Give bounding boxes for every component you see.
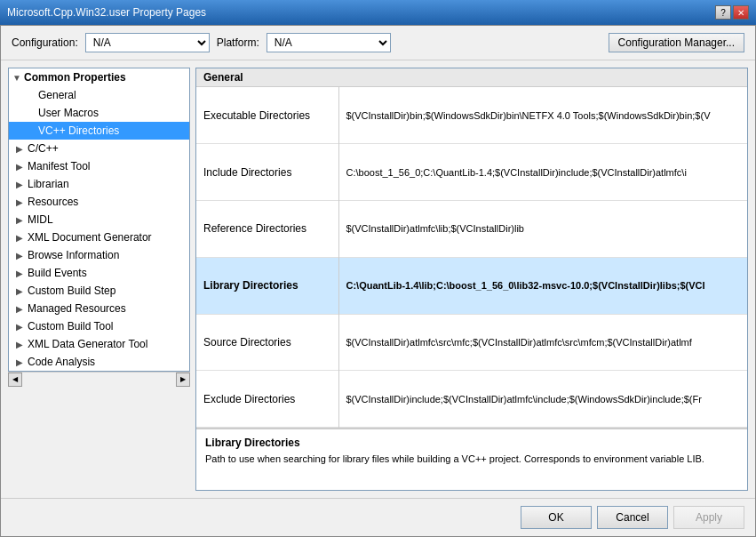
close-button[interactable]: ✕ bbox=[733, 5, 749, 20]
prop-value-excl-dirs: $(VCInstallDir)include;$(VCInstallDir)at… bbox=[338, 371, 747, 428]
tree-arrow-icon: ▶ bbox=[16, 304, 25, 314]
tree-item-label: General bbox=[38, 89, 76, 101]
tree-arrow-icon: ▶ bbox=[16, 233, 25, 243]
prop-value-include-dirs: C:\boost_1_56_0;C:\QuantLib-1.4;$(VCInst… bbox=[338, 144, 747, 201]
tree-scroll-bar[interactable]: ◀ ▶ bbox=[8, 372, 190, 386]
tree-arrow-icon: ▶ bbox=[16, 251, 25, 260]
ok-button[interactable]: OK bbox=[521, 506, 592, 529]
tree-item-label: MIDL bbox=[28, 213, 53, 226]
platform-label: Platform: bbox=[217, 36, 259, 49]
desc-title: Library Directories bbox=[205, 437, 738, 449]
tree-arrow-icon: ▶ bbox=[16, 340, 25, 349]
tree-item-common-props[interactable]: ▼Common Properties bbox=[9, 68, 189, 86]
tree-item-label: Common Properties bbox=[24, 71, 126, 84]
cancel-button[interactable]: Cancel bbox=[597, 506, 668, 529]
tree-item-label: XML Data Generator Tool bbox=[28, 338, 147, 350]
tree-item-managed-resources[interactable]: ▶Managed Resources bbox=[9, 300, 189, 317]
prop-value-src-dirs: $(VCInstallDir)atlmfc\src\mfc;$(VCInstal… bbox=[338, 314, 747, 371]
tree-item-label: VC++ Directories bbox=[38, 124, 119, 137]
tree-item-label: User Macros bbox=[38, 107, 99, 119]
tree-item-cxx[interactable]: ▶C/C++ bbox=[9, 140, 189, 157]
prop-name-lib-dirs: Library Directories bbox=[196, 257, 338, 314]
tree-arrow-icon: ▶ bbox=[16, 268, 25, 278]
prop-name-excl-dirs: Exclude Directories bbox=[196, 371, 338, 428]
property-table: Executable Directories$(VCInstallDir)bin… bbox=[196, 87, 747, 428]
tree-item-midl[interactable]: ▶MIDL bbox=[9, 211, 189, 228]
tree-arrow-icon: ▶ bbox=[16, 180, 25, 189]
content-area: ▼Common PropertiesGeneralUser MacrosVC++… bbox=[1, 60, 755, 498]
tree-item-browse-info[interactable]: ▶Browse Information bbox=[9, 246, 189, 264]
help-button[interactable]: ? bbox=[715, 5, 731, 20]
prop-row-src-dirs[interactable]: Source Directories$(VCInstallDir)atlmfc\… bbox=[196, 314, 747, 371]
title-bar: Microsoft.Cpp.Win32.user Property Pages … bbox=[0, 0, 756, 25]
config-label: Configuration: bbox=[12, 36, 78, 49]
tree-item-librarian[interactable]: ▶Librarian bbox=[9, 175, 189, 193]
prop-value-exec-dirs: $(VCInstallDir)bin;$(WindowsSdkDir)bin\N… bbox=[338, 87, 747, 144]
tree-item-xml-data-gen[interactable]: ▶XML Data Generator Tool bbox=[9, 335, 189, 353]
scroll-track bbox=[22, 373, 176, 387]
tree-item-code-analysis[interactable]: ▶Code Analysis bbox=[9, 353, 189, 371]
config-bar: Configuration: N/A Platform: N/A Configu… bbox=[1, 26, 755, 60]
tree-arrow-icon: ▶ bbox=[16, 215, 25, 225]
tree-panel: ▼Common PropertiesGeneralUser MacrosVC++… bbox=[8, 68, 190, 372]
tree-item-label: Resources bbox=[28, 196, 78, 208]
platform-select[interactable]: N/A bbox=[267, 33, 391, 52]
button-bar: OK Cancel Apply bbox=[1, 498, 755, 536]
window-controls: ? ✕ bbox=[715, 5, 749, 20]
tree-arrow-icon: ▶ bbox=[16, 197, 25, 207]
prop-name-include-dirs: Include Directories bbox=[196, 144, 338, 201]
tree-item-label: Browse Information bbox=[28, 249, 119, 261]
tree-arrow-icon: ▼ bbox=[12, 73, 21, 83]
tree-item-label: Build Events bbox=[28, 267, 87, 279]
tree-arrow-icon: ▶ bbox=[16, 286, 25, 296]
tree-item-xml-doc[interactable]: ▶XML Document Generator bbox=[9, 228, 189, 246]
tree-item-label: C/C++ bbox=[28, 142, 59, 155]
tree-item-build-events[interactable]: ▶Build Events bbox=[9, 264, 189, 282]
description-panel: Library Directories Path to use when sea… bbox=[196, 428, 747, 490]
prop-name-exec-dirs: Executable Directories bbox=[196, 87, 338, 144]
tree-item-manifest[interactable]: ▶Manifest Tool bbox=[9, 157, 189, 175]
tree-item-label: XML Document Generator bbox=[28, 231, 152, 244]
apply-button[interactable]: Apply bbox=[673, 506, 744, 529]
tree-item-label: Custom Build Step bbox=[28, 285, 115, 297]
tree-item-label: Code Analysis bbox=[28, 356, 95, 368]
config-manager-button[interactable]: Configuration Manager... bbox=[609, 33, 744, 52]
desc-text: Path to use when searching for library f… bbox=[205, 453, 738, 466]
tree-item-custom-build-step[interactable]: ▶Custom Build Step bbox=[9, 282, 189, 300]
prop-row-include-dirs[interactable]: Include DirectoriesC:\boost_1_56_0;C:\Qu… bbox=[196, 144, 747, 201]
tree-item-vc-dirs[interactable]: VC++ Directories bbox=[9, 122, 189, 140]
tree-item-label: Librarian bbox=[28, 178, 69, 190]
prop-row-excl-dirs[interactable]: Exclude Directories$(VCInstallDir)includ… bbox=[196, 371, 747, 428]
tree-item-user-macros[interactable]: User Macros bbox=[9, 104, 189, 122]
prop-value-ref-dirs: $(VCInstallDir)atlmfc\lib;$(VCInstallDir… bbox=[338, 201, 747, 258]
scroll-right-btn[interactable]: ▶ bbox=[176, 373, 190, 387]
scroll-left-btn[interactable]: ◀ bbox=[8, 373, 22, 387]
tree-item-label: Manifest Tool bbox=[28, 160, 90, 172]
tree-item-resources[interactable]: ▶Resources bbox=[9, 193, 189, 211]
right-panel: General Executable Directories$(VCInstal… bbox=[195, 68, 748, 491]
tree-arrow-icon: ▶ bbox=[16, 144, 25, 154]
tree-arrow-icon: ▶ bbox=[16, 162, 25, 172]
property-pages-dialog: Configuration: N/A Platform: N/A Configu… bbox=[0, 25, 756, 537]
tree-item-general[interactable]: General bbox=[9, 86, 189, 104]
tree-item-label: Managed Resources bbox=[28, 302, 126, 315]
prop-name-src-dirs: Source Directories bbox=[196, 314, 338, 371]
tree-arrow-icon: ▶ bbox=[16, 357, 25, 367]
tree-item-custom-build-tool[interactable]: ▶Custom Build Tool bbox=[9, 317, 189, 335]
window-title: Microsoft.Cpp.Win32.user Property Pages bbox=[7, 6, 206, 19]
prop-value-lib-dirs: C:\QuantLib-1.4\lib;C:\boost_1_56_0\lib3… bbox=[338, 257, 747, 314]
prop-row-ref-dirs[interactable]: Reference Directories$(VCInstallDir)atlm… bbox=[196, 201, 747, 258]
tree-arrow-icon: ▶ bbox=[16, 322, 25, 332]
prop-section-header: General bbox=[196, 68, 747, 87]
tree-item-label: Custom Build Tool bbox=[28, 320, 114, 333]
config-select[interactable]: N/A bbox=[85, 33, 210, 52]
prop-row-lib-dirs[interactable]: Library DirectoriesC:\QuantLib-1.4\lib;C… bbox=[196, 257, 747, 314]
prop-name-ref-dirs: Reference Directories bbox=[196, 201, 338, 258]
prop-row-exec-dirs[interactable]: Executable Directories$(VCInstallDir)bin… bbox=[196, 87, 747, 144]
